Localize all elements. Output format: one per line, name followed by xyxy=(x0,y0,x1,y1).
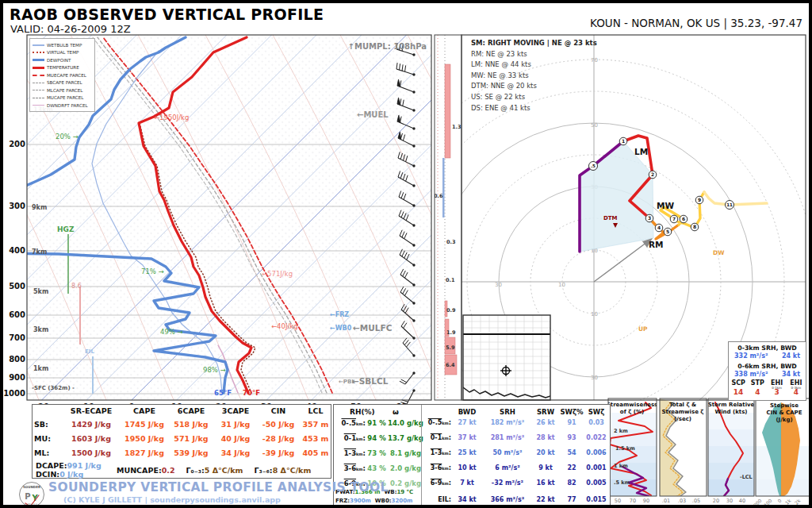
svg-text:Wind (kts): Wind (kts) xyxy=(714,409,747,415)
svg-text:←40J/kg: ←40J/kg xyxy=(271,322,298,330)
svg-text:200: 200 xyxy=(9,140,25,148)
svg-text:30: 30 xyxy=(726,498,733,504)
legend-item: VIRTUAL TEMP xyxy=(33,49,93,57)
svg-text:1: 1 xyxy=(622,138,625,144)
rh-row: 0-.5km:91 %14.0 g/kg xyxy=(335,419,421,427)
legend-item: MLCAPE PARCEL xyxy=(33,87,93,94)
svg-text:30: 30 xyxy=(591,375,598,381)
svg-text:.03: .03 xyxy=(678,498,686,504)
svg-text:vEB-0.2.6: vEB-0.2.6 xyxy=(26,502,37,505)
rh-row: 3-6km:43 %2.0 g/kg xyxy=(335,464,421,472)
svg-text:DTM: DTM xyxy=(603,215,618,221)
svg-text:98% →: 98% → xyxy=(203,366,226,374)
svg-text:10: 10 xyxy=(591,311,598,318)
svg-text:1.3: 1.3 xyxy=(452,124,462,130)
inset-map xyxy=(463,315,550,400)
index-ehi3: EHI0-3km4 xyxy=(787,381,806,394)
footer-brand: SOUNDERPY VERTICAL PROFILE ANALYSIS TOOL xyxy=(48,480,296,495)
mini-ticks: 507090.01.03.05203040-200-10001k2k xyxy=(615,497,802,505)
svg-text:700: 700 xyxy=(9,333,25,342)
legend-item: MUCAPE PARCEL xyxy=(33,94,93,102)
legend-item: MUECAPE PARCEL xyxy=(33,71,93,79)
sm-info-line: LM: NNE @ 44 kts xyxy=(471,60,597,71)
svg-text:2 km: 2 km xyxy=(614,428,628,434)
svg-text:7: 7 xyxy=(672,216,676,221)
svg-text:400: 400 xyxy=(9,246,25,255)
svg-text:UP: UP xyxy=(638,325,648,333)
srh-box-label: 0-3km SRH, BWD xyxy=(729,344,806,352)
index-stp1: STP4 xyxy=(748,381,767,394)
svg-text:(J/kg): (J/kg) xyxy=(776,417,792,423)
srh-box-values: 332 m²/s²24 kt xyxy=(729,352,806,360)
sm-info-line: SM: RIGHT MOVING | NE @ 23 kts xyxy=(471,38,597,49)
sounderpy-figure: RAOB OBSERVED VERTICAL PROFILE VALID: 04… xyxy=(0,0,812,508)
svg-text:1.5 km: 1.5 km xyxy=(615,445,635,452)
omega-header: ω xyxy=(393,408,399,416)
sm-info-line: US: SE @ 22 kts xyxy=(471,92,597,103)
svg-text:9: 9 xyxy=(698,197,701,202)
miniplot-streamwiseness: 2 km1.5 km1 km.5 kmStreamwisenessof ζ (%… xyxy=(607,402,657,496)
svg-text:1k: 1k xyxy=(784,497,792,505)
table-divider xyxy=(421,405,422,508)
sm-info-line: DS: ENE @ 41 kts xyxy=(471,103,597,114)
svg-text:HGZ: HGZ xyxy=(57,225,75,233)
svg-text:CIN & CAPE: CIN & CAPE xyxy=(766,410,802,416)
svg-text:Stepwise: Stepwise xyxy=(770,402,799,409)
table-row: SB:1429 J/kg1745 J/kg518 J/kg31 J/kg-50 … xyxy=(34,420,332,429)
svg-text:←MULFC: ←MULFC xyxy=(353,323,393,333)
shear-row: 0-1km:37 kt281 m²/s²28 kt930.022 xyxy=(423,434,608,441)
svg-text:65°F: 65°F xyxy=(214,389,232,397)
svg-text:4: 4 xyxy=(657,225,661,230)
composite-indices: SCP14STP4EHI0-1km3EHI0-3km4 xyxy=(729,381,806,394)
svg-text:←WB0: ←WB0 xyxy=(330,325,352,332)
svg-text:5.9: 5.9 xyxy=(446,344,455,351)
sm-info-line: RM: NE @ 23 kts xyxy=(471,49,597,60)
svg-text:←571J/kg: ←571J/kg xyxy=(262,270,293,278)
legend-item: DWNDRFT PARCEL xyxy=(33,102,93,110)
legend-item: WETBULB TEMP xyxy=(33,41,93,49)
svg-text:2k: 2k xyxy=(794,497,802,505)
svg-text:↑MUMPL: 108hPa: ↑MUMPL: 108hPa xyxy=(348,42,427,51)
shear-row: 1-3km:25 kt50 m²/s²20 kt540.006 xyxy=(423,449,608,456)
legend-item: SBCAPE PARCEL xyxy=(33,79,93,87)
svg-text:-SFC (362m) -: -SFC (362m) - xyxy=(32,385,75,391)
shear-header: BWDSRHSRWSWζ%SWζ xyxy=(423,408,608,416)
svg-text:1km: 1km xyxy=(33,365,48,372)
svg-text:900: 900 xyxy=(9,373,25,382)
table-row: MU:1603 J/kg1950 J/kg571 J/kg40 J/kg-28 … xyxy=(34,434,332,443)
svg-text:90: 90 xyxy=(643,498,649,504)
shear-row: 3-6km:10 kt6 m²/s²9 kt220.001 xyxy=(423,464,608,471)
svg-text:70: 70 xyxy=(630,498,636,504)
svg-text:.5 km: .5 km xyxy=(614,479,630,486)
rh-row: 1-3km:73 %8.1 g/kg xyxy=(335,449,421,457)
svg-text:1.9: 1.9 xyxy=(446,329,456,336)
table-row: SR-ECAPECAPE6CAPE3CAPECINLCL xyxy=(34,406,332,415)
svg-text:70°F: 70°F xyxy=(243,389,260,397)
svg-text:←SBLCL: ←SBLCL xyxy=(352,376,389,386)
svg-text:Total ζ &: Total ζ & xyxy=(669,402,696,408)
svg-text:40: 40 xyxy=(739,498,745,504)
svg-text:300: 300 xyxy=(9,202,25,210)
svg-text:←FRZ: ←FRZ xyxy=(330,311,349,318)
svg-text:50: 50 xyxy=(591,122,598,129)
shear-row: EIL:34 kt366 m²/s²22 kt770.015 xyxy=(423,496,608,503)
index-scp0: SCP14 xyxy=(729,381,748,394)
miniplot-srwind: -LCLStorm RelativeWind (kts) xyxy=(708,402,755,496)
srh-box-values: 338 m²/s²34 kt xyxy=(729,371,806,378)
thermo-table: SR-ECAPECAPE6CAPE3CAPECINLCLSB:1429 J/kg… xyxy=(32,404,331,479)
svg-text:←1950J/kg: ←1950J/kg xyxy=(154,114,189,121)
svg-text:0.6: 0.6 xyxy=(434,193,443,199)
svg-text:2: 2 xyxy=(651,171,654,177)
svg-text:11: 11 xyxy=(726,202,733,207)
miniplot-stepwise: StepwiseCIN & CAPE(J/kg) xyxy=(756,402,809,496)
rh-row: 0-1km:94 %13.7 g/kg xyxy=(335,434,421,442)
svg-text:50: 50 xyxy=(615,498,621,504)
svg-text:.5: .5 xyxy=(591,164,596,168)
svg-text:0.1: 0.1 xyxy=(446,277,455,283)
svg-text:8.6: 8.6 xyxy=(71,283,82,290)
svg-text:LM: LM xyxy=(634,147,648,156)
svg-text:0.9: 0.9 xyxy=(446,307,456,314)
svg-text:6.4: 6.4 xyxy=(446,362,455,368)
svg-text:←MUEL: ←MUEL xyxy=(357,110,389,119)
svg-text:1000: 1000 xyxy=(3,389,25,398)
